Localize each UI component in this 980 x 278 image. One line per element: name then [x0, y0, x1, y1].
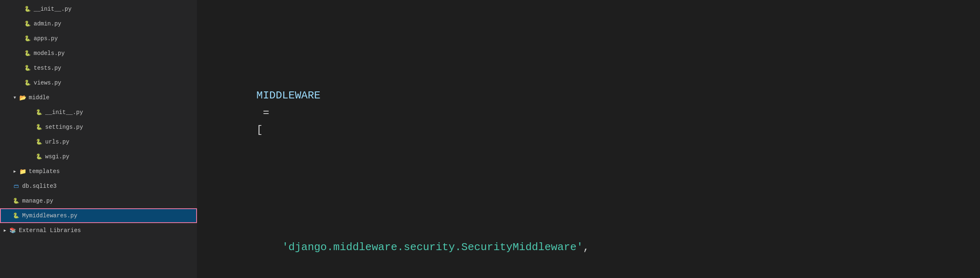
code-content: MIDDLEWARE = [ 'django.middleware.securi…: [197, 4, 980, 278]
sidebar-item-label: models.py: [34, 50, 65, 57]
sidebar-item-middle-folder[interactable]: ▼ 📂 middle: [0, 90, 197, 105]
sidebar-item-label: db.sqlite3: [22, 183, 57, 189]
sidebar-item-label: wsgi.py: [45, 153, 69, 160]
sidebar-item-label: admin.py: [34, 21, 61, 27]
database-icon: 🗃: [11, 182, 21, 191]
code-line-2: 'django.middleware.security.SecurityMidd…: [205, 221, 972, 273]
code-token-var: MIDDLEWARE: [256, 89, 321, 102]
sidebar-item-label: __init__.py: [34, 6, 71, 12]
sidebar-item-label: settings.py: [45, 124, 83, 130]
sidebar-item-label: views.py: [34, 80, 61, 86]
python-file-icon: 🐍: [34, 137, 44, 146]
sidebar-item-templates-folder[interactable]: ▶ 📁 templates: [0, 164, 197, 179]
sidebar-item-label: External Libraries: [19, 227, 81, 234]
sidebar-item-settings-py[interactable]: 🐍 settings.py: [0, 120, 197, 134]
python-file-icon: 🐍: [34, 152, 44, 161]
sidebar-item-label: __init__.py: [45, 109, 83, 116]
python-file-icon: 🐍: [11, 196, 21, 205]
python-file-icon: 🐍: [34, 108, 44, 117]
sidebar-item-urls-py[interactable]: 🐍 urls.py: [0, 134, 197, 149]
code-editor[interactable]: MIDDLEWARE = [ 'django.middleware.securi…: [197, 0, 980, 278]
sidebar-item-tests-py[interactable]: 🐍 tests.py: [0, 61, 197, 75]
file-explorer: 🐍 __init__.py 🐍 admin.py 🐍 apps.py 🐍 mod…: [0, 0, 197, 278]
code-line-1: MIDDLEWARE = [: [205, 70, 972, 156]
python-file-icon: 🐍: [23, 64, 32, 73]
library-icon: 📚: [8, 226, 17, 235]
folder-open-icon: 📂: [18, 93, 27, 102]
sidebar-item-admin-py[interactable]: 🐍 admin.py: [0, 16, 197, 31]
folder-icon: 📁: [18, 167, 27, 176]
chevron-right-icon: ▶: [11, 169, 18, 174]
chevron-down-icon: ▼: [11, 96, 18, 100]
python-file-icon: 🐍: [23, 19, 32, 28]
sidebar-item-wsgi-py[interactable]: 🐍 wsgi.py: [0, 149, 197, 164]
sidebar-item-label: templates: [29, 168, 60, 175]
sidebar-item-label: apps.py: [34, 35, 58, 42]
python-file-icon: 🐍: [23, 49, 32, 58]
sidebar-item-apps-py[interactable]: 🐍 apps.py: [0, 31, 197, 46]
python-file-icon: 🐍: [11, 211, 21, 220]
python-file-icon: 🐍: [23, 78, 32, 87]
sidebar-item-label: middle: [29, 94, 49, 101]
python-file-icon: 🐍: [34, 123, 44, 132]
python-file-icon: 🐍: [23, 34, 32, 43]
sidebar-item-mymiddlewares-py[interactable]: 🐍 Mymiddlewares.py: [0, 208, 197, 223]
sidebar-item-views-py[interactable]: 🐍 views.py: [0, 75, 197, 90]
sidebar-item-external-libraries[interactable]: ▶ 📚 External Libraries: [0, 223, 197, 238]
sidebar-item-init-py-2[interactable]: 🐍 __init__.py: [0, 105, 197, 120]
sidebar-item-models-py[interactable]: 🐍 models.py: [0, 46, 197, 61]
sidebar-item-manage-py[interactable]: 🐍 manage.py: [0, 194, 197, 208]
sidebar-item-label: urls.py: [45, 139, 69, 145]
python-file-icon: 🐍: [23, 5, 32, 14]
sidebar-item-init-py-1[interactable]: 🐍 __init__.py: [0, 2, 197, 16]
sidebar-item-label: Mymiddlewares.py: [22, 212, 77, 219]
chevron-right-icon: ▶: [2, 228, 8, 233]
sidebar-item-label: manage.py: [22, 198, 53, 204]
sidebar-item-label: tests.py: [34, 65, 61, 71]
sidebar-item-db-sqlite3[interactable]: 🗃 db.sqlite3: [0, 179, 197, 194]
